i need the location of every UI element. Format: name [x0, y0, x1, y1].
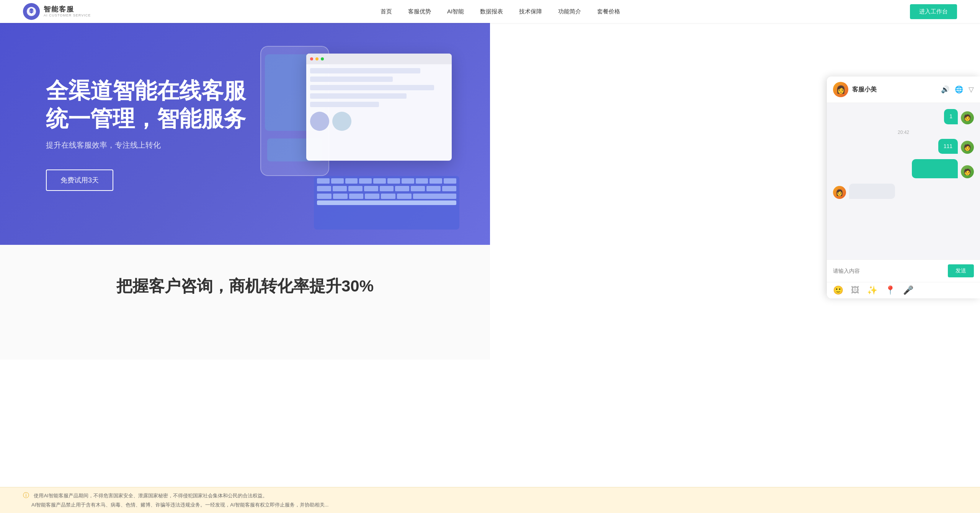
- hero-section: 全渠道智能在线客服 统一管理，智能服务 提升在线客服效率，专注线上转化 免费试用…: [0, 23, 490, 245]
- free-trial-button[interactable]: 免费试用3天: [46, 169, 113, 191]
- svg-point-2: [32, 11, 33, 11]
- hero-title-line1: 全渠道智能在线客服: [46, 78, 246, 103]
- hero-subtitle: 提升在线客服效率，专注线上转化: [46, 140, 270, 150]
- logo: 智能客服 AI CUSTOMER SERVICE: [23, 3, 91, 20]
- section2-title: 把握客户咨询，商机转化率提升30%: [116, 275, 374, 297]
- nav-ai[interactable]: AI智能: [447, 8, 464, 15]
- nav-links: 首页 客服优势 AI智能 数据报表 技术保障 功能简介 套餐价格: [381, 8, 490, 15]
- hero-content: 全渠道智能在线客服 统一管理，智能服务 提升在线客服效率，专注线上转化 免费试用…: [0, 46, 270, 221]
- svg-point-1: [30, 11, 31, 11]
- logo-subtitle: AI CUSTOMER SERVICE: [44, 13, 91, 18]
- desktop-titlebar: [306, 54, 452, 64]
- nav-home[interactable]: 首页: [381, 8, 392, 15]
- nav-report[interactable]: 数据报表: [480, 8, 490, 15]
- logo-icon: [23, 3, 40, 20]
- navbar: 智能客服 AI CUSTOMER SERVICE 首页 客服优势 AI智能 数据…: [0, 0, 490, 23]
- logo-title: 智能客服: [44, 5, 91, 14]
- desktop-mockup: [306, 54, 452, 161]
- section2: 把握客户咨询，商机转化率提升30%: [0, 245, 490, 360]
- logo-text: 智能客服 AI CUSTOMER SERVICE: [44, 5, 91, 18]
- desktop-content: [306, 64, 452, 135]
- nav-advantage[interactable]: 客服优势: [408, 8, 431, 15]
- hero-title-line2: 统一管理，智能服务: [46, 106, 246, 131]
- hero-title: 全渠道智能在线客服 统一管理，智能服务: [46, 77, 270, 132]
- keyboard-illustration: [314, 176, 459, 230]
